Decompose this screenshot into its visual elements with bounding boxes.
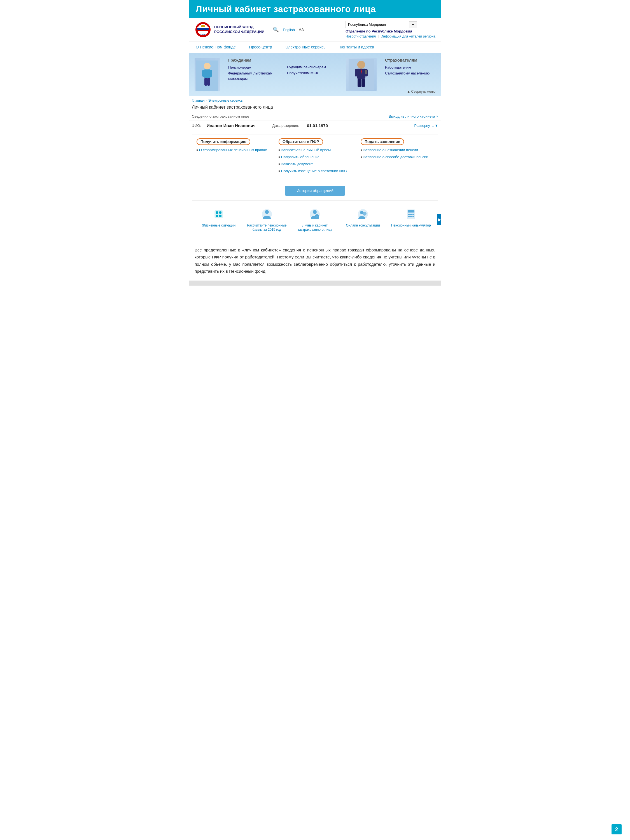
language-link[interactable]: English bbox=[283, 28, 295, 32]
expand-button[interactable]: Развернуть ▼ bbox=[414, 123, 438, 128]
tile-life[interactable]: Жизненные ситуации bbox=[195, 203, 243, 236]
svg-rect-12 bbox=[207, 78, 210, 86]
breadcrumb: Главная » Электронные сервисы bbox=[189, 96, 441, 104]
pension-calculator-icon bbox=[405, 208, 417, 220]
mega-menu-link-selfemployed[interactable]: Самозанятому населению bbox=[385, 71, 436, 75]
mega-menu-col-citizens: Гражданам Пенсионерам Федеральным льготн… bbox=[228, 58, 279, 91]
tile-pension-label: Пенсионный калькулятор bbox=[391, 223, 431, 228]
nav-item-press[interactable]: Пресс-центр bbox=[243, 41, 279, 53]
breadcrumb-section[interactable]: Электронные сервисы bbox=[208, 99, 243, 103]
mega-menu-title-citizens: Гражданам bbox=[228, 58, 279, 62]
action-link-pension-rights[interactable]: О сформированных пенсионных правах bbox=[197, 148, 269, 153]
tile-calc[interactable]: Рассчитайте пенсионные баллы за 2015 год bbox=[243, 203, 291, 236]
fio-row: ФИО: Иванов Иван Иванович Дата рождения:… bbox=[189, 120, 441, 131]
action-link-appointment[interactable]: Записаться на личный прием bbox=[279, 148, 351, 153]
mega-menu-link-benefits[interactable]: Федеральным льготникам bbox=[228, 71, 279, 75]
mega-menu-link-pensioners[interactable]: Пенсионерам bbox=[228, 65, 279, 69]
tile-pension[interactable]: Пенсионный калькулятор bbox=[387, 203, 435, 236]
top-header: ПФР ПЕНСИОННЫЙ ФОНД РОССИЙСКОЙ ФЕДЕРАЦИИ… bbox=[189, 18, 441, 41]
user-info-bar: Сведения о застрахованном лице Выход из … bbox=[189, 112, 441, 120]
mega-menu-title-insurers: Страхователям bbox=[385, 58, 436, 62]
nav-item-about[interactable]: О Пенсионном фонде bbox=[189, 41, 243, 53]
logo-text: ПЕНСИОННЫЙ ФОНД РОССИЙСКОЙ ФЕДЕРАЦИИ bbox=[214, 25, 264, 35]
tile-cabinet[interactable]: ✓ Личный кабинет застрахованного лица bbox=[291, 203, 339, 236]
action-panel-info: Получить информацию О сформированных пен… bbox=[192, 134, 274, 180]
font-size-control[interactable]: АА bbox=[299, 27, 304, 32]
svg-rect-16 bbox=[355, 69, 358, 76]
region-input[interactable] bbox=[346, 21, 407, 28]
header-controls: 🔍 English АА bbox=[273, 27, 304, 33]
action-panel-contact: Обратиться в ПФР Записаться на личный пр… bbox=[274, 134, 356, 180]
breadcrumb-separator: » bbox=[205, 99, 208, 103]
tile-cabinet-icon: ✓ bbox=[308, 207, 322, 221]
mega-menu-link-employers[interactable]: Работодателям bbox=[385, 65, 436, 69]
svg-point-35 bbox=[363, 212, 366, 216]
mega-menu-link-msk[interactable]: Получателям МСК bbox=[287, 71, 337, 75]
action-panel-apply-title: Подать заявление bbox=[361, 138, 404, 145]
search-icon[interactable]: 🔍 bbox=[273, 27, 279, 33]
svg-rect-43 bbox=[412, 216, 414, 217]
svg-rect-10 bbox=[210, 70, 212, 77]
dob-value: 01.01.1970 bbox=[307, 123, 328, 128]
mega-menu-link-disabled[interactable]: Инвалидам bbox=[228, 77, 279, 81]
action-panel-apply: Подать заявление Заявление о назначении … bbox=[356, 134, 438, 180]
svg-rect-11 bbox=[204, 78, 207, 86]
tile-consult[interactable]: Онлайн консультации bbox=[339, 203, 387, 236]
tile-cabinet-label: Личный кабинет застрахованного лица bbox=[293, 223, 336, 232]
svg-rect-20 bbox=[358, 79, 361, 87]
action-link-statement[interactable]: Получить извещение о состоянии ИЛС bbox=[279, 169, 351, 174]
user-info-label: Сведения о застрахованном лице bbox=[192, 114, 249, 118]
nav-item-contacts[interactable]: Контакты и адреса bbox=[333, 41, 381, 53]
logo-area: ПФР ПЕНСИОННЫЙ ФОНД РОССИЙСКОЙ ФЕДЕРАЦИИ bbox=[194, 21, 264, 38]
action-link-appeal[interactable]: Направить обращение bbox=[279, 155, 351, 159]
svg-point-14 bbox=[357, 61, 365, 69]
menu-image-right bbox=[346, 58, 377, 91]
nav-item-services[interactable]: Электронные сервисы bbox=[279, 41, 333, 53]
svg-rect-23 bbox=[216, 212, 218, 214]
svg-rect-19 bbox=[365, 70, 367, 74]
svg-point-7 bbox=[204, 63, 210, 69]
region-news-link[interactable]: Новости отделения bbox=[346, 35, 376, 38]
region-info-link[interactable]: Информация для жителей региона bbox=[381, 35, 436, 38]
logout-link[interactable]: Выход из личного кабинета × bbox=[388, 114, 438, 118]
svg-point-28 bbox=[265, 210, 269, 214]
svg-rect-22 bbox=[215, 210, 223, 218]
action-link-delivery-method[interactable]: Заявление о способе доставки пенсии bbox=[361, 155, 433, 159]
action-link-document[interactable]: Заказать документ bbox=[279, 162, 351, 167]
action-link-pension-assignment[interactable]: Заявление о назначении пенсии bbox=[361, 148, 433, 153]
region-links: Новости отделения | Информация для жител… bbox=[346, 35, 436, 38]
svg-rect-25 bbox=[216, 215, 218, 217]
mega-menu-link-future-pensioners[interactable]: Будущим пенсионерам bbox=[287, 65, 337, 69]
tiles-next-button[interactable]: ▶ bbox=[437, 214, 441, 225]
page-subtitle: Личный кабинет застрахованного лица bbox=[189, 104, 441, 112]
personal-cabinet-icon: ✓ bbox=[309, 208, 321, 220]
fio-value: Иванов Иван Иванович bbox=[207, 123, 256, 128]
region-dept: Отделение по Республике Мордовия bbox=[346, 29, 436, 33]
svg-text:✓: ✓ bbox=[316, 215, 318, 218]
menu-image-left bbox=[194, 58, 220, 91]
dob-label: Дата рождения: bbox=[272, 123, 299, 128]
menu-child-icon bbox=[196, 60, 218, 91]
nav-bar: О Пенсионном фонде Пресс-центр Электронн… bbox=[189, 41, 441, 53]
tile-pension-icon bbox=[404, 207, 418, 221]
page-title-bar: Личный кабинет застрахованного лица bbox=[189, 0, 441, 18]
svg-rect-21 bbox=[362, 79, 365, 87]
footer-bar bbox=[189, 281, 441, 286]
pfr-emblem-icon: ПФР bbox=[194, 21, 212, 38]
svg-rect-9 bbox=[202, 70, 205, 77]
tiles-section: Жизненные ситуации Рассчитайте пенсионны… bbox=[192, 200, 438, 239]
tile-life-icon bbox=[212, 207, 226, 221]
svg-rect-3 bbox=[197, 28, 208, 30]
region-area: ▼ Отделение по Республике Мордовия Новос… bbox=[346, 21, 436, 38]
breadcrumb-home[interactable]: Главная bbox=[192, 99, 205, 103]
history-button[interactable]: История обращений bbox=[285, 186, 345, 196]
svg-rect-24 bbox=[219, 212, 221, 214]
tile-consult-icon bbox=[356, 207, 370, 221]
svg-rect-2 bbox=[197, 27, 208, 28]
svg-rect-4 bbox=[197, 30, 208, 31]
region-dropdown-button[interactable]: ▼ bbox=[409, 21, 417, 28]
svg-rect-39 bbox=[410, 214, 412, 215]
action-panel-contact-title: Обратиться в ПФР bbox=[279, 138, 323, 145]
collapse-menu-button[interactable]: ▲ Свернуть меню bbox=[407, 90, 436, 93]
tile-life-label: Жизненные ситуации bbox=[202, 223, 235, 228]
